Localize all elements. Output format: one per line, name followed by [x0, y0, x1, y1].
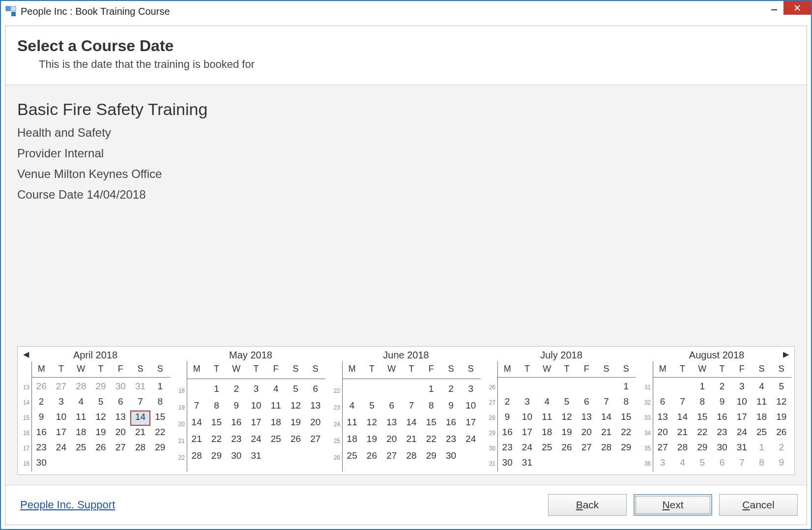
calendar-day[interactable]: 4 — [672, 456, 692, 471]
calendar-day[interactable]: 9 — [31, 411, 51, 426]
calendar-day[interactable]: 20 — [306, 416, 325, 433]
calendar-day[interactable]: 10 — [246, 399, 266, 416]
calendar-day[interactable]: 16 — [441, 416, 461, 433]
calendar-day[interactable]: 31 — [246, 449, 266, 466]
calendar-day[interactable]: 5 — [362, 399, 381, 416]
calendar-day[interactable]: 27 — [111, 441, 130, 456]
calendar-day[interactable]: 11 — [342, 416, 362, 433]
calendar-day[interactable]: 28 — [130, 441, 150, 456]
calendar-day[interactable]: 18 — [71, 426, 91, 441]
calendar-day[interactable]: 7 — [732, 456, 752, 471]
calendar-day[interactable]: 9 — [772, 456, 791, 471]
calendar-day[interactable]: 16 — [227, 416, 246, 433]
calendar-day[interactable]: 28 — [187, 449, 206, 466]
calendar-day[interactable]: 3 — [732, 380, 752, 395]
calendar-day[interactable]: 2 — [227, 383, 246, 399]
calendar-day[interactable]: 8 — [206, 399, 226, 416]
calendar-day[interactable]: 5 — [772, 380, 791, 395]
calendar-day[interactable]: 12 — [557, 411, 577, 426]
calendar-day[interactable]: 15 — [693, 411, 712, 426]
calendar-day[interactable]: 3 — [653, 456, 672, 471]
calendar-day[interactable]: 10 — [517, 411, 537, 426]
calendar-day[interactable]: 23 — [497, 441, 517, 456]
calendar-day[interactable]: 6 — [306, 383, 325, 399]
calendar-day[interactable]: 21 — [187, 433, 206, 449]
calendar-day[interactable]: 29 — [421, 449, 441, 466]
calendar-day[interactable]: 25 — [71, 441, 91, 456]
close-button[interactable] — [783, 1, 811, 15]
calendar-day[interactable]: 2 — [441, 383, 461, 399]
calendar-day[interactable]: 9 — [497, 411, 517, 426]
calendar-day[interactable]: 21 — [596, 426, 616, 441]
calendar-day[interactable]: 29 — [91, 380, 111, 395]
next-button[interactable]: Next — [634, 494, 712, 516]
calendar-day[interactable]: 20 — [111, 426, 130, 441]
calendar-day[interactable]: 6 — [577, 395, 596, 411]
calendar-day[interactable]: 4 — [537, 395, 557, 411]
calendar-day[interactable]: 23 — [227, 433, 246, 449]
calendar-day[interactable]: 26 — [362, 449, 381, 466]
calendar-day[interactable]: 25 — [342, 449, 362, 466]
calendar-day[interactable]: 9 — [712, 395, 732, 411]
calendar-day[interactable]: 13 — [653, 411, 672, 426]
calendar-day[interactable]: 3 — [246, 383, 266, 399]
calendar-day[interactable]: 30 — [227, 449, 246, 466]
calendar-day[interactable]: 22 — [150, 426, 170, 441]
calendar-day[interactable]: 5 — [286, 383, 305, 399]
calendar-day[interactable]: 4 — [342, 399, 362, 416]
calendar-day[interactable]: 1 — [752, 441, 771, 456]
calendar-day[interactable]: 28 — [71, 380, 91, 395]
calendar-day[interactable]: 19 — [286, 416, 305, 433]
calendar-day[interactable]: 24 — [51, 441, 71, 456]
calendar-day[interactable]: 17 — [732, 411, 752, 426]
calendar-day[interactable]: 29 — [206, 449, 226, 466]
calendar-day[interactable]: 26 — [772, 426, 791, 441]
calendar-day[interactable]: 31 — [517, 456, 537, 471]
back-button[interactable]: Back — [548, 494, 627, 516]
calendar-day[interactable]: 8 — [150, 395, 170, 411]
calendar-day[interactable]: 31 — [732, 441, 752, 456]
calendar-day[interactable]: 30 — [497, 456, 517, 471]
calendar-day[interactable]: 18 — [266, 416, 286, 433]
calendar-day[interactable]: 7 — [187, 399, 206, 416]
calendar-day[interactable]: 14 — [596, 411, 616, 426]
calendar-day[interactable]: 22 — [616, 426, 636, 441]
calendar-day[interactable]: 24 — [461, 433, 481, 449]
calendar-day[interactable]: 21 — [402, 433, 421, 449]
calendar-day[interactable]: 29 — [616, 441, 636, 456]
calendar-day[interactable]: 8 — [752, 456, 771, 471]
calendar-day[interactable]: 11 — [266, 399, 286, 416]
calendar-day[interactable]: 18 — [752, 411, 771, 426]
calendar-day[interactable]: 25 — [266, 433, 286, 449]
calendar-day[interactable]: 24 — [246, 433, 266, 449]
calendar-day[interactable]: 28 — [402, 449, 421, 466]
calendar-day[interactable]: 30 — [31, 456, 51, 471]
calendar-day[interactable]: 21 — [130, 426, 150, 441]
calendar-day[interactable]: 17 — [246, 416, 266, 433]
calendar-day[interactable]: 6 — [653, 395, 672, 411]
calendar-day[interactable]: 10 — [461, 399, 481, 416]
calendar-day[interactable]: 26 — [91, 441, 111, 456]
calendar-day[interactable]: 3 — [51, 395, 71, 411]
calendar-day[interactable]: 3 — [517, 395, 537, 411]
calendar-day[interactable]: 26 — [557, 441, 577, 456]
calendar-day[interactable]: 22 — [421, 433, 441, 449]
calendar-day[interactable]: 7 — [130, 395, 150, 411]
calendar-day[interactable]: 25 — [752, 426, 771, 441]
calendar-day[interactable]: 6 — [382, 399, 402, 416]
calendar-day[interactable]: 27 — [577, 441, 596, 456]
calendar-day[interactable]: 20 — [382, 433, 402, 449]
calendar-day[interactable]: 13 — [111, 411, 130, 426]
calendar-day[interactable]: 18 — [342, 433, 362, 449]
calendar-day[interactable]: 28 — [596, 441, 616, 456]
calendar-day[interactable]: 27 — [653, 441, 672, 456]
calendar-day[interactable]: 15 — [206, 416, 226, 433]
calendar-day[interactable]: 11 — [71, 411, 91, 426]
cancel-button[interactable]: Cancel — [719, 494, 798, 516]
calendar-day[interactable]: 15 — [421, 416, 441, 433]
calendar-day[interactable]: 30 — [712, 441, 732, 456]
calendar-day[interactable]: 2 — [31, 395, 51, 411]
calendar-day[interactable]: 2 — [772, 441, 791, 456]
calendar-day[interactable]: 1 — [693, 380, 712, 395]
calendar-day[interactable]: 15 — [616, 411, 636, 426]
